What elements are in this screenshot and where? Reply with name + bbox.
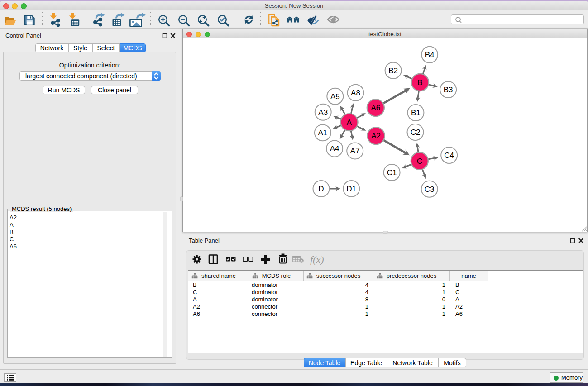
svg-text:A2: A2: [371, 132, 381, 140]
svg-text:A3: A3: [318, 108, 328, 117]
svg-text:D1: D1: [346, 185, 356, 193]
svg-text:A6: A6: [371, 104, 380, 112]
svg-text:A5: A5: [330, 92, 340, 101]
svg-text:B4: B4: [425, 51, 435, 59]
svg-text:A7: A7: [350, 147, 360, 155]
svg-text:D: D: [318, 185, 324, 193]
svg-text:C: C: [417, 157, 422, 166]
svg-text:C3: C3: [425, 185, 435, 194]
svg-text:A8: A8: [351, 89, 360, 97]
svg-text:A4: A4: [330, 144, 339, 153]
svg-text:A1: A1: [318, 129, 328, 137]
svg-text:B1: B1: [411, 109, 421, 117]
svg-text:B2: B2: [388, 67, 398, 75]
svg-text:C2: C2: [411, 128, 421, 137]
svg-text:C4: C4: [444, 151, 454, 160]
svg-text:B: B: [417, 78, 422, 87]
svg-text:C1: C1: [387, 168, 397, 177]
svg-text:A: A: [347, 118, 352, 127]
svg-text:B3: B3: [444, 86, 453, 94]
